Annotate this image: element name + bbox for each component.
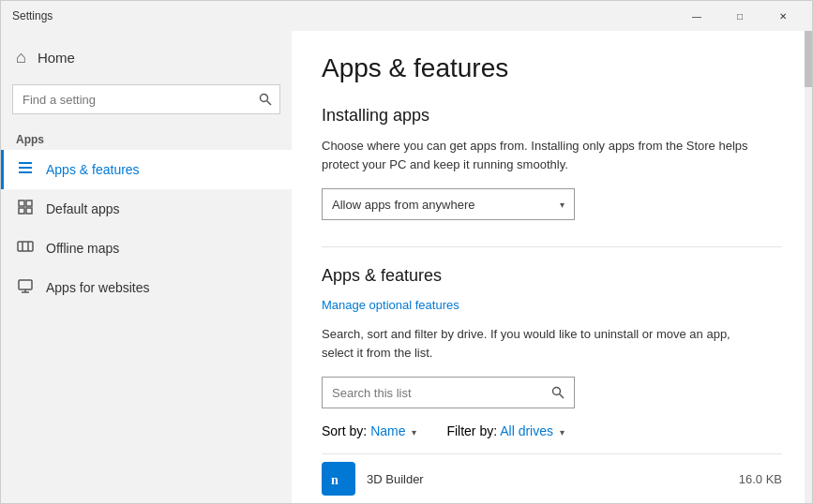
sort-filter-row: Sort by: Name ▾ Filter by: All drives ▾ bbox=[322, 423, 782, 438]
window-title: Settings bbox=[12, 9, 53, 22]
installing-apps-dropdown[interactable]: Allow apps from anywhere ▾ bbox=[322, 188, 575, 220]
svg-point-0 bbox=[261, 95, 268, 102]
sidebar-home-item[interactable]: ⌂ Home bbox=[1, 38, 292, 77]
page-title: Apps & features bbox=[322, 53, 782, 83]
sidebar-home-label: Home bbox=[38, 50, 75, 66]
search-button[interactable] bbox=[250, 84, 280, 114]
table-row[interactable]: n 3D Builder 16.0 KB bbox=[322, 453, 782, 503]
default-apps-icon bbox=[16, 199, 35, 219]
svg-rect-6 bbox=[26, 200, 32, 206]
search-list-button[interactable] bbox=[542, 377, 574, 408]
sidebar-item-apps-websites[interactable]: Apps for websites bbox=[1, 268, 292, 307]
dropdown-arrow-icon: ▾ bbox=[560, 200, 565, 210]
window-controls: — □ ✕ bbox=[675, 1, 805, 31]
svg-rect-4 bbox=[19, 171, 32, 173]
svg-rect-9 bbox=[18, 242, 33, 251]
dropdown-selected-value: Allow apps from anywhere bbox=[332, 198, 474, 212]
sidebar-item-default-apps[interactable]: Default apps bbox=[1, 189, 292, 229]
app-size: 16.0 KB bbox=[739, 472, 782, 486]
scrollbar-track bbox=[805, 31, 812, 503]
search-list-icon bbox=[551, 386, 565, 399]
filter-by-value[interactable]: All drives bbox=[500, 423, 553, 438]
svg-line-1 bbox=[267, 101, 272, 106]
section-divider bbox=[322, 246, 782, 247]
scrollbar-thumb[interactable] bbox=[805, 31, 812, 87]
sidebar-apps-websites-label: Apps for websites bbox=[46, 280, 150, 295]
search-icon bbox=[259, 93, 272, 106]
svg-rect-3 bbox=[19, 167, 32, 169]
sort-by-value[interactable]: Name bbox=[370, 423, 405, 438]
sidebar-item-apps-features[interactable]: Apps & features bbox=[1, 150, 292, 189]
window-content: ⌂ Home Apps bbox=[1, 31, 812, 503]
search-box bbox=[12, 84, 280, 114]
svg-point-15 bbox=[553, 388, 561, 395]
maximize-button[interactable]: □ bbox=[718, 1, 761, 31]
installing-section-title: Installing apps bbox=[322, 106, 782, 126]
search-list-input[interactable] bbox=[323, 386, 542, 400]
apps-features-icon bbox=[16, 159, 35, 180]
svg-line-16 bbox=[560, 394, 565, 399]
svg-rect-7 bbox=[19, 208, 24, 214]
close-button[interactable]: ✕ bbox=[761, 1, 805, 31]
sidebar-item-offline-maps[interactable]: Offline maps bbox=[1, 229, 292, 268]
sidebar-offline-maps-label: Offline maps bbox=[46, 241, 119, 256]
offline-maps-icon bbox=[16, 238, 35, 259]
svg-rect-2 bbox=[19, 162, 32, 164]
main-content: Apps & features Installing apps Choose w… bbox=[292, 31, 812, 503]
settings-window: Settings — □ ✕ ⌂ Home bbox=[0, 0, 813, 504]
svg-text:n: n bbox=[331, 473, 339, 487]
sort-by-label: Sort by: Name ▾ bbox=[322, 423, 416, 438]
search-input[interactable] bbox=[12, 84, 280, 114]
manage-optional-features-link[interactable]: Manage optional features bbox=[322, 298, 459, 312]
home-icon: ⌂ bbox=[16, 48, 26, 67]
svg-rect-12 bbox=[19, 280, 32, 289]
apps-features-section-title: Apps & features bbox=[322, 266, 782, 286]
sidebar-default-apps-label: Default apps bbox=[46, 201, 120, 216]
installing-section-desc: Choose where you can get apps from. Inst… bbox=[322, 137, 753, 173]
sidebar: ⌂ Home Apps bbox=[1, 31, 292, 503]
filter-arrow-icon: ▾ bbox=[560, 427, 565, 437]
apps-features-desc: Search, sort and filter by drive. If you… bbox=[322, 325, 753, 362]
svg-rect-17 bbox=[326, 467, 351, 491]
app-name: 3D Builder bbox=[367, 472, 739, 486]
app-icon: n bbox=[322, 462, 355, 496]
apps-websites-icon bbox=[16, 277, 35, 298]
titlebar: Settings — □ ✕ bbox=[1, 1, 812, 31]
filter-by-label: Filter by: All drives ▾ bbox=[446, 423, 565, 438]
svg-rect-5 bbox=[19, 200, 24, 206]
minimize-button[interactable]: — bbox=[675, 1, 718, 31]
sidebar-section-label: Apps bbox=[1, 122, 292, 150]
svg-rect-8 bbox=[26, 208, 32, 214]
sidebar-apps-features-label: Apps & features bbox=[46, 162, 140, 177]
search-list-box bbox=[322, 377, 575, 408]
sort-arrow-icon: ▾ bbox=[412, 427, 416, 437]
